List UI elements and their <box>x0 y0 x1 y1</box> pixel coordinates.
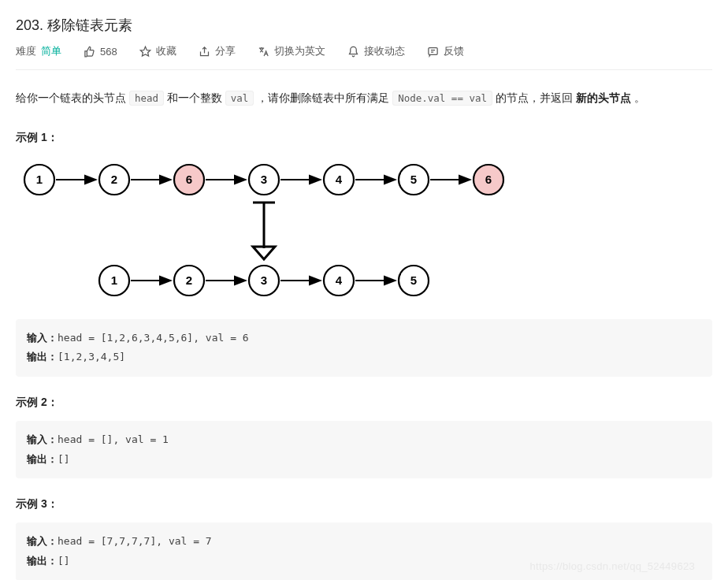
input-label: 输入： <box>27 433 58 445</box>
example-2-label: 示例 2： <box>16 396 712 410</box>
thumbs-up-icon <box>84 46 95 58</box>
output-label: 输出： <box>27 453 58 465</box>
feedback-icon <box>427 46 439 58</box>
svg-text:5: 5 <box>410 173 417 186</box>
notify-label: 接收动态 <box>364 44 405 58</box>
code-expr: Node.val == val <box>392 91 492 106</box>
favorite-label: 收藏 <box>156 44 176 58</box>
switch-lang-label: 切换为英文 <box>274 44 325 58</box>
output-value: [1,2,3,4,5] <box>58 351 125 362</box>
meta-bar: 难度 简单 568 收藏 分享 切换为英文 接收动态 反馈 <box>16 44 712 70</box>
problem-description: 给你一个链表的头节点 head 和一个整数 val ，请你删除链表中所有满足 N… <box>16 87 712 109</box>
code-head: head <box>129 91 164 106</box>
svg-text:4: 4 <box>336 273 343 287</box>
difficulty-value: 简单 <box>41 44 61 58</box>
share-icon <box>199 46 210 58</box>
svg-text:5: 5 <box>410 273 417 287</box>
svg-text:6: 6 <box>186 173 192 186</box>
like-count: 568 <box>100 46 117 58</box>
desc-text: 。 <box>631 91 645 104</box>
input-value: head = [7,7,7,7], val = 7 <box>58 535 212 547</box>
difficulty: 难度 简单 <box>16 44 61 58</box>
desc-text: 给你一个链表的头节点 <box>16 91 129 104</box>
svg-rect-1 <box>429 47 437 54</box>
svg-text:4: 4 <box>336 173 343 186</box>
input-label: 输入： <box>27 535 58 547</box>
example-3-block: 输入：head = [7,7,7,7], val = 7 输出：[] <box>16 522 712 580</box>
example-3-label: 示例 3： <box>16 497 712 511</box>
svg-marker-0 <box>140 46 150 56</box>
star-icon <box>139 46 151 58</box>
output-value: [] <box>58 555 70 567</box>
bell-icon <box>347 46 359 58</box>
linked-list-diagram: 126345612345 <box>16 156 712 308</box>
input-value: head = [1,2,6,3,4,5,6], val = 6 <box>58 332 249 344</box>
feedback-label: 反馈 <box>444 44 464 58</box>
svg-text:1: 1 <box>111 273 117 287</box>
output-label: 输出： <box>27 555 58 567</box>
desc-text: 和一个整数 <box>164 91 225 104</box>
desc-bold: 新的头节点 <box>576 91 631 104</box>
input-value: head = [], val = 1 <box>58 433 169 445</box>
problem-title: 203. 移除链表元素 <box>16 16 712 35</box>
svg-text:1: 1 <box>36 173 43 186</box>
output-value: [] <box>58 453 70 465</box>
desc-text: 的节点，并返回 <box>492 91 576 104</box>
notify-button[interactable]: 接收动态 <box>347 44 405 58</box>
like-button[interactable]: 568 <box>84 46 117 58</box>
svg-text:2: 2 <box>111 173 117 186</box>
share-button[interactable]: 分享 <box>199 44 236 58</box>
svg-text:6: 6 <box>485 173 492 186</box>
example-1-label: 示例 1： <box>16 131 712 145</box>
example-2-block: 输入：head = [], val = 1 输出：[] <box>16 421 712 478</box>
svg-text:3: 3 <box>261 273 267 287</box>
code-val: val <box>225 91 254 106</box>
favorite-button[interactable]: 收藏 <box>139 44 176 58</box>
share-label: 分享 <box>215 44 236 58</box>
switch-lang-button[interactable]: 切换为英文 <box>258 44 325 58</box>
input-label: 输入： <box>27 332 58 344</box>
difficulty-label: 难度 <box>16 44 36 58</box>
output-label: 输出： <box>27 351 58 362</box>
translate-icon <box>258 46 269 58</box>
feedback-button[interactable]: 反馈 <box>427 44 464 58</box>
example-1-block: 输入：head = [1,2,6,3,4,5,6], val = 6 输出：[1… <box>16 319 712 377</box>
svg-text:2: 2 <box>186 273 192 287</box>
svg-text:3: 3 <box>261 173 267 186</box>
desc-text: ，请你删除链表中所有满足 <box>254 91 392 104</box>
